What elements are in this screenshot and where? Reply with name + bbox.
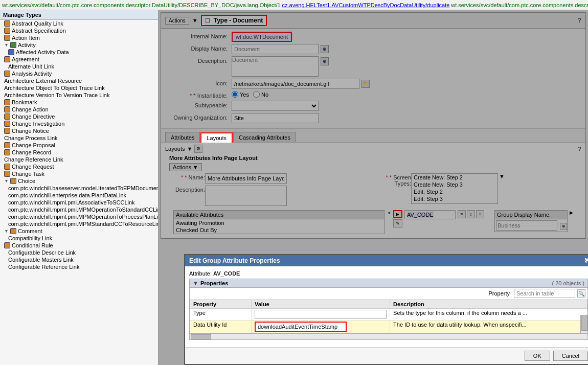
type-icon [4,149,10,155]
sidebar-item-abstract-quality-link[interactable]: Abstract Quality Link [0,20,158,27]
sidebar-item-bookmark[interactable]: Bookmark [0,99,158,106]
horizontal-scrollbar[interactable] [190,333,587,339]
sidebar-item-choice[interactable]: ▼ Choice [0,177,158,185]
sidebar-item-mpm-operation-process[interactable]: com.ptc.windchill.mpml.pmi.MPMOperationT… [0,213,158,220]
sidebar-item-label: Action Item [12,35,40,41]
search-button[interactable]: 🔍 [577,289,585,298]
type-icon [4,142,10,148]
sidebar-item-affected-activity[interactable]: Affected Activity Data [0,49,158,56]
sidebar-item-label: com.ptc.windchill.mpml.pmi.MPMOperationT… [8,207,159,213]
modal-close-btn[interactable]: ✕ [584,256,588,264]
type-icon [4,56,10,62]
sidebar-item-change-request[interactable]: Change Request [0,163,158,170]
sidebar-item-change-investigation[interactable]: Change Investigation [0,120,158,127]
sidebar-item-change-process[interactable]: Change Process Link [0,134,158,142]
sidebar-item-change-proposal[interactable]: Change Proposal [0,142,158,149]
sidebar-item-plant-data[interactable]: com.ptc.windchill.enterprise.data.PlantD… [0,192,158,199]
sidebar-item-label: com.ptc.windchill.mpml.pmi.MPMOperationT… [8,214,159,220]
sidebar-item-configurable-masters[interactable]: Configurable Masters Link [0,256,158,263]
sidebar-item-change-record[interactable]: Change Record [0,149,158,156]
top-bar: wt.services/svc/default/com.ptc.core.com… [0,0,588,10]
data-utility-input[interactable] [255,322,347,332]
sidebar-item-label: Architecture Version To Version Trace Li… [4,92,109,98]
type-icon [4,113,10,120]
sidebar-item-label: Analysis Activity [12,71,52,77]
sidebar-item-configurable-describe[interactable]: Configurable Describe Link [0,249,158,256]
sidebar-item-label: com.ptc.windchill.mpml.pmi.MPMStandardCC… [8,221,159,227]
objects-count: ( 20 objects ) [552,280,584,286]
sidebar-item-agreement[interactable]: Agreement [0,56,158,63]
type-icon [4,164,10,170]
sidebar-item-associative[interactable]: com.ptc.windchill.mpml.pmi.AssociativeTo… [0,199,158,206]
sidebar-item-label: Change Action [12,106,49,112]
sidebar-item-arch-version[interactable]: Architecture Version To Version Trace Li… [0,92,158,99]
ok-button[interactable]: OK [525,351,550,361]
sidebar-item-label: Change Directive [12,113,55,120]
sidebar-item-arch-external[interactable]: Architecture External Resource [0,77,158,84]
sidebar-item-label: com.ptc.windchill.baseserver.model.Itera… [8,185,159,191]
sidebar-item-label: Configurable Masters Link [8,257,74,263]
prop-utility-label: Data Utility Id [190,321,252,333]
sidebar-item-arch-obj[interactable]: Architecture Object To Object Trace Link [0,84,158,92]
search-input[interactable] [514,289,575,298]
sidebar-item-alternate-unit[interactable]: Alternate Unit Link [0,63,158,70]
sidebar-item-label: Choice [18,178,35,184]
sidebar-item-label: Configurable Describe Link [8,249,76,256]
collapse-icon[interactable]: ▼ [193,280,198,286]
sidebar-item-change-action[interactable]: Change Action [0,106,158,113]
top-bar-text3: wt.services/svc/default/com.ptc.core.com… [451,2,588,8]
sidebar-item-change-reference[interactable]: Change Reference Link [0,156,158,163]
sidebar-item-label: Abstract Specification [12,28,66,34]
table-row: Type Sets the type for this column, if t… [190,309,587,321]
modal-overlay: ✕ Edit Group Attribute Properties ? Attr… [159,10,588,365]
expand-icon[interactable]: ▼ [4,178,9,184]
sidebar-item-label: Change Proposal [12,142,55,148]
prop-type-description: Sets the type for this column, if the co… [390,309,587,321]
sidebar-item-label: Conditional Rule [12,242,53,248]
modal-footer: OK Cancel [185,347,588,364]
sidebar-item-label: Change Reference Link [4,156,63,163]
modal-title: Edit Group Attribute Properties [189,257,280,264]
sidebar-item-label: Change Task [12,171,44,177]
sidebar-item-analysis[interactable]: Analysis Activity [0,70,158,77]
sidebar-item-change-notice[interactable]: Change Notice [0,127,158,134]
expand-icon[interactable]: ▼ [4,229,9,234]
type-icon [4,28,10,34]
search-label: Property [488,290,510,296]
sidebar-item-change-task[interactable]: Change Task [0,170,158,177]
tab-layouts[interactable]: Layouts [200,132,233,143]
sidebar-item-compat-link[interactable]: Compatibility Link [0,235,158,242]
sidebar-item-activity[interactable]: ▼ Activity [0,41,158,49]
type-icon [4,71,10,77]
sidebar-item-iterated-epm[interactable]: com.ptc.windchill.baseserver.model.Itera… [0,185,158,192]
properties-section: ▼ Properties ( 20 objects ) Property 🔍 [189,279,588,340]
type-icon [4,106,10,112]
type-icon [4,99,10,105]
scrollbar-thumb [581,315,587,331]
sidebar: Manage Types Abstract Quality Link Abstr… [0,10,159,365]
sidebar-item-label: Abstract Quality Link [12,20,63,27]
col-property: Property [190,300,252,309]
sidebar-item-change-directive[interactable]: Change Directive [0,113,158,120]
properties-title: Properties [200,280,228,286]
modal-scrollbar[interactable] [580,315,587,333]
sidebar-item-comment[interactable]: ▼ Comment [0,227,158,235]
type-icon [4,171,10,177]
cancel-button[interactable]: Cancel [553,351,588,361]
top-bar-link1[interactable]: cz.aveng.HELTest1.AVCustomWTPDescByDocDa… [282,2,450,8]
expand-icon[interactable]: ▼ [4,42,9,48]
properties-table: Property Value Description Type [190,300,587,333]
sidebar-item-label: Agreement [12,56,39,62]
sidebar-item-configurable-reference[interactable]: Configurable Reference Link [0,263,158,270]
sidebar-item-mpm-standard-cc[interactable]: com.ptc.windchill.mpml.pmi.MPMStandardCC… [0,220,158,227]
attr-label-row: Attribute: AV_CODE [189,270,588,277]
sidebar-item-action-item[interactable]: Action Item [0,34,158,41]
sidebar-item-abstract-specification[interactable]: Abstract Specification [0,27,158,34]
prop-type-input[interactable] [255,310,387,319]
type-icon [4,35,10,41]
type-icon [8,49,14,55]
sidebar-item-label: Bookmark [12,99,37,105]
type-icon [10,42,16,48]
sidebar-item-conditional-rule[interactable]: Conditional Rule [0,242,158,249]
sidebar-item-mpm-operation-standard[interactable]: com.ptc.windchill.mpml.pmi.MPMOperationT… [0,206,158,213]
